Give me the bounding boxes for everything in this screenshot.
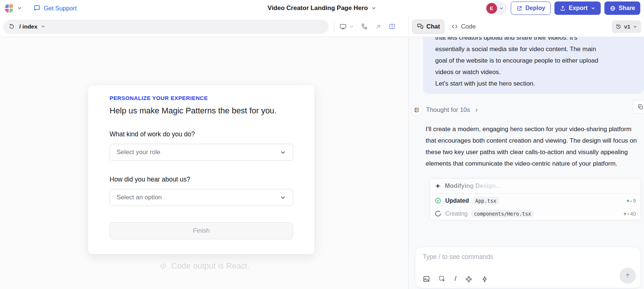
diff-plus: +	[626, 198, 629, 204]
route-dropdown[interactable]: / index	[19, 23, 46, 30]
magic-patterns-logo-icon	[4, 3, 14, 13]
tab-chat[interactable]: Chat	[412, 20, 445, 34]
task-row-status: Creating	[445, 210, 467, 217]
diff-count: 40	[630, 211, 636, 217]
split-view-icon[interactable]	[389, 23, 396, 30]
slash-command-icon[interactable]: /	[455, 275, 456, 283]
assistant-avatar	[412, 105, 422, 115]
tab-chat-label: Chat	[426, 23, 440, 30]
preview-canvas: PERSONALIZE YOUR EXPERIENCE Help us make…	[0, 37, 408, 289]
role-select[interactable]: Select your role	[110, 144, 293, 161]
chevron-down-icon	[499, 6, 504, 11]
modal-heading: Help us make Magic Patterns the best for…	[110, 106, 293, 116]
attach-image-icon[interactable]	[423, 275, 430, 283]
tab-code-label: Code	[461, 23, 476, 30]
finish-button[interactable]: Finish	[110, 222, 293, 239]
thought-disclosure[interactable]: Thought for 10s	[412, 105, 644, 115]
select-element-icon[interactable]	[439, 275, 446, 283]
chat-input[interactable]	[423, 253, 582, 261]
share-label: Share	[619, 5, 635, 11]
diff-minus: -	[627, 211, 629, 217]
design-patterns-icon[interactable]	[465, 275, 473, 283]
external-window-icon	[516, 5, 523, 11]
project-title: Video Creator Landing Page Hero	[268, 4, 368, 12]
route-label: / index	[19, 23, 37, 30]
refresh-icon[interactable]	[9, 23, 15, 30]
topbar-actions: E Deploy Export	[485, 1, 640, 15]
component-flow-icon[interactable]	[361, 23, 368, 30]
chat-composer: /	[415, 247, 641, 288]
share-button[interactable]: Share	[604, 1, 640, 15]
support-bubble-icon	[33, 4, 41, 12]
thought-label: Thought for 10s	[426, 106, 470, 114]
open-in-new-tab-icon[interactable]	[375, 23, 382, 30]
quick-actions-icon[interactable]	[481, 276, 488, 283]
task-progress-card: Modifying Design... Updated App.tsx + - …	[429, 178, 641, 220]
get-support-link[interactable]: Get Support	[33, 4, 77, 12]
task-row-creating[interactable]: Creating components/Hero.tsx + - 40	[430, 207, 641, 220]
device-size-selector[interactable]	[339, 23, 354, 30]
file-chip: components/Hero.tsx	[471, 210, 533, 217]
onboarding-modal: PERSONALIZE YOUR EXPERIENCE Help us make…	[88, 85, 315, 254]
arrow-up-icon	[624, 272, 631, 279]
chat-column: Chat Code v1	[408, 16, 644, 289]
user-message-line: videos or watch videos.	[435, 66, 637, 78]
code-icon	[451, 23, 458, 30]
preview-toolbar: / index	[0, 16, 408, 37]
check-circle-icon	[435, 197, 442, 204]
task-row-updated[interactable]: Updated App.tsx + - 9	[430, 194, 641, 207]
tab-code[interactable]: Code	[451, 23, 476, 30]
deploy-label: Deploy	[526, 5, 545, 11]
task-row-status: Updated	[445, 197, 469, 204]
referral-select[interactable]: Select an option	[110, 189, 293, 206]
copy-icon	[637, 104, 644, 110]
version-history-dropdown[interactable]: v1	[612, 20, 641, 33]
project-title-dropdown[interactable]: Video Creator Landing Page Hero	[268, 4, 376, 12]
task-status-text: Modifying Design...	[445, 182, 501, 189]
watermark-text: Code output is React.	[171, 261, 250, 271]
get-support-label: Get Support	[44, 5, 77, 12]
top-bar: Get Support Video Creator Landing Page H…	[0, 0, 644, 16]
workspace-menu[interactable]	[4, 3, 22, 13]
user-message-line: essentially a social media site for vide…	[435, 43, 637, 55]
history-icon	[616, 24, 621, 30]
chat-header: Chat Code v1	[409, 16, 644, 37]
toolbar-divider	[334, 21, 334, 32]
address-bar[interactable]: / index	[3, 20, 329, 34]
chevron-down-icon	[17, 6, 22, 11]
divider	[432, 193, 638, 194]
chevron-down-icon	[280, 195, 286, 201]
deploy-button[interactable]: Deploy	[511, 1, 551, 15]
preview-tools	[339, 23, 396, 30]
send-button[interactable]	[620, 268, 636, 284]
version-label: v1	[624, 23, 630, 30]
account-menu[interactable]: E	[485, 1, 507, 15]
user-message-bubble: that lets creators upload and share thei…	[423, 37, 644, 94]
copy-message-button[interactable]	[632, 100, 644, 113]
user-message-line: Let's start with just the hero section.	[435, 78, 637, 89]
upload-icon	[560, 5, 566, 11]
diff-stats: + - 9	[626, 198, 636, 204]
monitor-icon	[339, 23, 347, 30]
chat-thread: that lets creators upload and share thei…	[409, 37, 644, 289]
spinner-icon	[435, 210, 442, 217]
diff-stats: + - 40	[624, 211, 636, 217]
chevron-down-icon	[280, 149, 286, 156]
diff-plus: +	[624, 211, 627, 217]
export-button[interactable]: Export	[554, 1, 601, 15]
code-icon	[159, 262, 168, 270]
file-chip: App.tsx	[473, 197, 499, 205]
diff-count: 9	[633, 198, 636, 204]
task-card-header: Modifying Design...	[430, 179, 641, 193]
user-message-line: that lets creators upload and share thei…	[435, 37, 637, 43]
globe-icon	[610, 5, 616, 11]
export-label: Export	[569, 5, 588, 11]
chevron-down-icon	[591, 6, 596, 11]
role-select-value: Select your role	[117, 149, 160, 156]
question2-label: How did you hear about us?	[110, 176, 293, 183]
preview-column: / index	[0, 16, 408, 289]
chevron-right-icon	[474, 108, 479, 113]
avatar: E	[486, 3, 497, 14]
modal-eyebrow: PERSONALIZE YOUR EXPERIENCE	[110, 95, 293, 101]
user-message-line: goal of the website is to encourage peop…	[435, 55, 637, 66]
